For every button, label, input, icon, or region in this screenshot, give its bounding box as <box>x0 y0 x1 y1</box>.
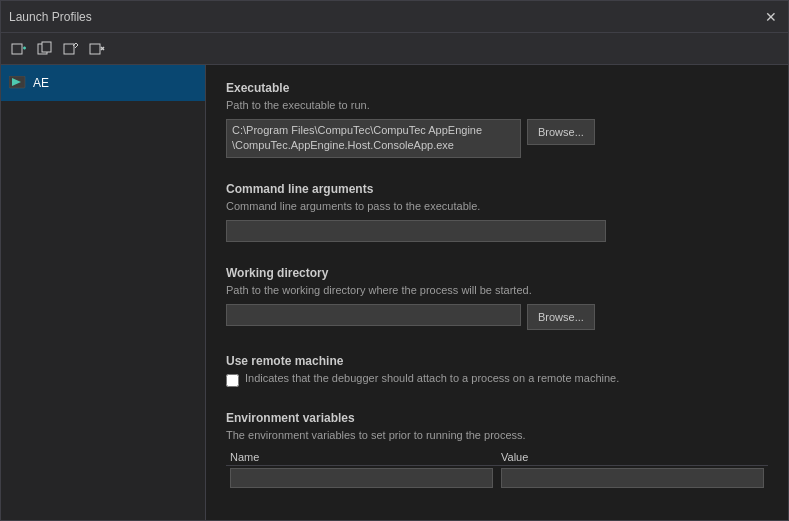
toolbar <box>1 33 788 65</box>
title-bar: Launch Profiles ✕ <box>1 1 788 33</box>
working-dir-title: Working directory <box>226 266 768 280</box>
rename-profile-button[interactable] <box>59 37 83 61</box>
executable-browse-button[interactable]: Browse... <box>527 119 595 145</box>
remote-machine-title: Use remote machine <box>226 354 768 368</box>
delete-profile-button[interactable] <box>85 37 109 61</box>
remote-machine-section: Use remote machine Indicates that the de… <box>226 354 768 387</box>
working-dir-section: Working directory Path to the working di… <box>226 266 768 330</box>
executable-section: Executable Path to the executable to run… <box>226 81 768 158</box>
profile-icon <box>9 74 27 92</box>
svg-rect-5 <box>64 44 74 54</box>
launch-profiles-window: Launch Profiles ✕ <box>0 0 789 521</box>
env-var-value-input[interactable] <box>501 468 764 488</box>
svg-rect-4 <box>42 42 51 52</box>
svg-line-8 <box>75 45 78 48</box>
executable-input-row: C:\Program Files\CompuTec\CompuTec AppEn… <box>226 119 768 158</box>
profile-item-ae[interactable]: AE <box>1 65 205 101</box>
profiles-sidebar: AE <box>1 65 206 520</box>
svg-rect-9 <box>90 44 100 54</box>
remote-machine-checkbox[interactable] <box>226 374 239 387</box>
profile-label: AE <box>33 76 49 90</box>
working-dir-desc: Path to the working directory where the … <box>226 284 768 296</box>
working-dir-input-row: Browse... <box>226 304 768 330</box>
svg-rect-0 <box>12 44 22 54</box>
remote-machine-label: Indicates that the debugger should attac… <box>245 372 619 384</box>
close-button[interactable]: ✕ <box>762 8 780 26</box>
command-args-title: Command line arguments <box>226 182 768 196</box>
remote-machine-checkbox-row: Indicates that the debugger should attac… <box>226 372 768 387</box>
env-vars-desc: The environment variables to set prior t… <box>226 429 768 441</box>
working-dir-input[interactable] <box>226 304 521 326</box>
content-area: AE Executable Path to the executable to … <box>1 65 788 520</box>
env-var-name-input[interactable] <box>230 468 493 488</box>
env-var-name-cell <box>226 465 497 490</box>
env-value-header: Value <box>497 449 768 466</box>
command-args-desc: Command line arguments to pass to the ex… <box>226 200 768 212</box>
env-vars-section: Environment variables The environment va… <box>226 411 768 490</box>
add-profile-button[interactable] <box>7 37 31 61</box>
env-name-header: Name <box>226 449 497 466</box>
working-dir-browse-button[interactable]: Browse... <box>527 304 595 330</box>
env-vars-title: Environment variables <box>226 411 768 425</box>
command-args-input[interactable] <box>226 220 606 242</box>
executable-desc: Path to the executable to run. <box>226 99 768 111</box>
command-args-section: Command line arguments Command line argu… <box>226 182 768 242</box>
env-var-row <box>226 465 768 490</box>
executable-title: Executable <box>226 81 768 95</box>
env-var-value-cell <box>497 465 768 490</box>
executable-input[interactable]: C:\Program Files\CompuTec\CompuTec AppEn… <box>226 119 521 158</box>
copy-profile-button[interactable] <box>33 37 57 61</box>
main-panel: Executable Path to the executable to run… <box>206 65 788 520</box>
window-title: Launch Profiles <box>9 10 92 24</box>
env-vars-table: Name Value <box>226 449 768 490</box>
